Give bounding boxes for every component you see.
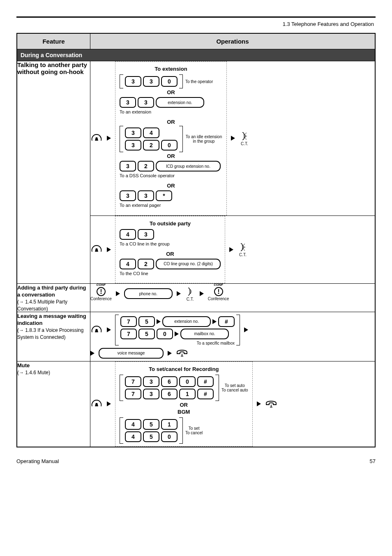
arrow-icon bbox=[212, 319, 217, 324]
mute-options-group: To set/cancel for Recording 7 3 6 0 # bbox=[115, 361, 253, 447]
arrow-icon bbox=[107, 401, 111, 406]
confirmation-tone-icon: C.T. bbox=[185, 286, 196, 301]
group-to-extension-label: To extension bbox=[120, 66, 222, 72]
key-3: 3 bbox=[120, 161, 136, 171]
ct-label: C.T. bbox=[239, 253, 247, 257]
key-3: 3 bbox=[120, 190, 136, 201]
col-feature: Feature bbox=[17, 33, 90, 49]
key-0: 0 bbox=[161, 431, 178, 442]
bgm-cancel-label: To cancel bbox=[185, 431, 203, 435]
slot-extension-no: extension no. bbox=[156, 97, 204, 108]
arrow-icon bbox=[107, 327, 111, 332]
slot-phone-no: phone no. bbox=[124, 288, 173, 299]
key-6: 6 bbox=[161, 389, 178, 399]
opt-extension-label: To an extension bbox=[120, 109, 222, 115]
key-3: 3 bbox=[138, 190, 154, 201]
arrow-icon bbox=[168, 351, 172, 356]
key-5: 5 bbox=[138, 329, 155, 339]
col-operations: Operations bbox=[90, 33, 376, 49]
opt-set-auto-label: To set auto bbox=[221, 383, 248, 388]
slot-voice-message: voice message bbox=[99, 348, 164, 359]
onhook-icon bbox=[265, 399, 277, 409]
key-1: 1 bbox=[161, 419, 178, 430]
section-during-conversation: During a Conversation bbox=[17, 49, 375, 61]
arrow-icon bbox=[177, 291, 181, 296]
key-0: 0 bbox=[161, 76, 178, 87]
key-5: 5 bbox=[143, 431, 159, 442]
key-3: 3 bbox=[125, 76, 141, 87]
slot-icd-group: ICD group extension no. bbox=[156, 161, 221, 171]
key-4: 4 bbox=[143, 127, 159, 138]
key-3: 3 bbox=[120, 97, 136, 108]
chapter-heading: 1.3 Telephone Features and Operation bbox=[16, 18, 376, 33]
or-label: OR bbox=[120, 119, 222, 125]
arrow-icon bbox=[244, 327, 248, 332]
key-3: 3 bbox=[138, 229, 154, 240]
feature-leave-msg-waiting: Leaving a message waiting indication (→ … bbox=[17, 312, 90, 361]
key-3: 3 bbox=[125, 140, 141, 151]
key-hash: # bbox=[218, 316, 235, 327]
to-outside-group: To outside party 4 3 To a CO line in the… bbox=[115, 216, 225, 283]
key-0: 0 bbox=[161, 140, 178, 151]
confirmation-tone-icon: C.T. bbox=[238, 242, 248, 257]
key-3: 3 bbox=[138, 97, 154, 108]
slot-extension-no: extension no. bbox=[162, 316, 211, 327]
sub-mailbox-label: To a specific mailbox bbox=[120, 341, 235, 345]
key-7: 7 bbox=[120, 316, 137, 327]
or-label: OR bbox=[120, 89, 222, 95]
bgm-set-label: To set bbox=[185, 426, 203, 431]
arrow-icon bbox=[200, 291, 204, 296]
key-2: 2 bbox=[138, 259, 154, 269]
or-label: OR bbox=[120, 153, 222, 159]
offhook-icon bbox=[90, 132, 103, 144]
feature-adding-third-party: Adding a third party during a conversati… bbox=[17, 283, 90, 312]
or-label: OR bbox=[120, 251, 221, 257]
key-1: 1 bbox=[179, 389, 196, 399]
conf-button-icon: CONF Conference bbox=[90, 286, 112, 301]
arrow-icon bbox=[157, 319, 161, 324]
opt-idle-ext-label: To an idle extension in the group bbox=[185, 134, 222, 144]
key-4: 4 bbox=[125, 419, 141, 430]
key-hash: # bbox=[197, 376, 214, 387]
opt-cancel-auto-label: To cancel auto bbox=[221, 388, 248, 392]
key-star: * bbox=[156, 190, 172, 201]
arrow-icon bbox=[116, 291, 120, 296]
slot-mailbox-no: mailbox no. bbox=[180, 329, 229, 339]
opt-pager-label: To an external pager bbox=[120, 203, 222, 208]
opt-operator-label: To the operator bbox=[185, 79, 213, 84]
to-extension-group: To extension 3 3 0 bbox=[115, 61, 227, 215]
opt-dss-label: To a DSS Console operator bbox=[120, 173, 222, 178]
key-2: 2 bbox=[143, 140, 159, 151]
key-5: 5 bbox=[143, 419, 159, 430]
or-label: OR bbox=[120, 402, 248, 408]
arrow-icon bbox=[231, 136, 235, 141]
key-5: 5 bbox=[138, 316, 155, 327]
key-2: 2 bbox=[138, 161, 154, 171]
key-7: 7 bbox=[125, 376, 141, 387]
arrow-icon bbox=[107, 247, 111, 252]
key-7: 7 bbox=[120, 329, 137, 339]
footer-page-no: 57 bbox=[370, 458, 376, 464]
arrow-icon bbox=[107, 136, 111, 141]
key-7: 7 bbox=[125, 389, 141, 399]
slot-coline-group-no: CO line group no. (2 digits) bbox=[156, 259, 221, 269]
feature-talking-another-party: Talking to another party without going o… bbox=[17, 61, 90, 284]
conf-button-icon: CONF Conference bbox=[208, 286, 229, 301]
svg-rect-4 bbox=[218, 289, 219, 292]
arrow-icon bbox=[257, 401, 261, 406]
offhook-icon bbox=[90, 243, 103, 255]
key-4: 4 bbox=[125, 431, 141, 442]
key-3: 3 bbox=[125, 127, 141, 138]
key-3: 3 bbox=[143, 376, 159, 387]
feature-mute: Mute (→ 1.4.6 Mute) bbox=[17, 361, 90, 447]
arrow-icon bbox=[229, 247, 233, 252]
key-6: 6 bbox=[161, 376, 178, 387]
svg-rect-1 bbox=[101, 289, 101, 292]
confirmation-tone-icon: C.T. bbox=[239, 131, 250, 146]
arrow-icon bbox=[90, 351, 95, 356]
key-0: 0 bbox=[157, 329, 173, 339]
or-label: OR bbox=[120, 183, 222, 189]
offhook-icon bbox=[90, 398, 103, 410]
footer-left: Operating Manual bbox=[16, 458, 59, 464]
key-hash: # bbox=[197, 389, 214, 399]
